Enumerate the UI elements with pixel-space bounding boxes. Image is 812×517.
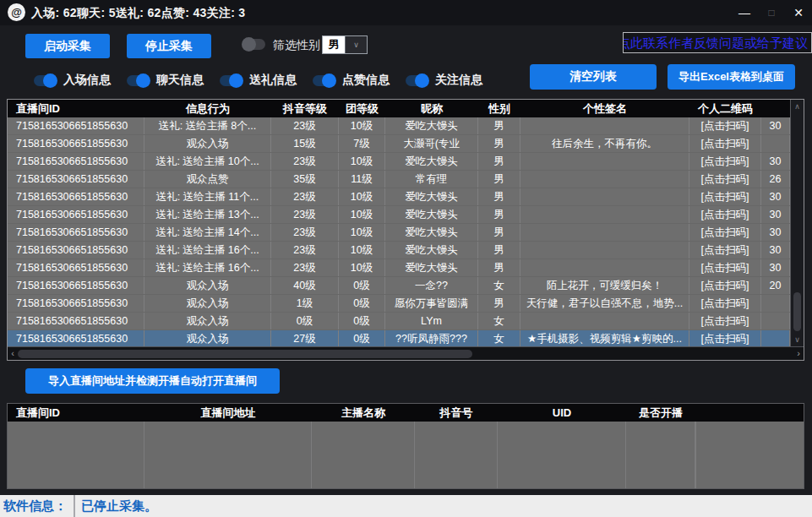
- qr-code-link[interactable]: [点击扫码]: [689, 135, 761, 152]
- table-row[interactable]: 7158165306651855630送礼: 送给主播 10个...23级10级…: [8, 153, 790, 171]
- toggle-item: 送礼信息: [220, 73, 308, 88]
- table-cell: 10级: [339, 153, 385, 170]
- import-rooms-button[interactable]: 导入直播间地址并检测开播自动打开直播间: [25, 368, 280, 394]
- toggle-knob: [322, 73, 336, 88]
- table-cell: 30: [761, 188, 790, 205]
- chevron-down-icon: ∨: [345, 36, 367, 53]
- table-cell: 7158165306651855630: [8, 259, 144, 276]
- chevron-left-icon[interactable]: ‹: [8, 347, 18, 361]
- status-message: 已停止采集。: [75, 498, 157, 514]
- qr-code-link[interactable]: [点击扫码]: [689, 171, 761, 188]
- table-cell: 观众入场: [144, 330, 271, 346]
- table-cell: 23级: [271, 259, 339, 276]
- header-cell: 直播间ID: [8, 404, 144, 422]
- table-cell: [520, 206, 689, 223]
- table-row[interactable]: 7158165306651855630观众入场0级0级LYm女[点击扫码]: [8, 313, 790, 330]
- table-cell: 7158165306651855630: [8, 206, 144, 223]
- table-cell: 男: [478, 259, 520, 276]
- table-row[interactable]: 7158165306651855630送礼: 送给主播 13个...23级10级…: [8, 206, 790, 224]
- table-cell: 23级: [271, 153, 339, 170]
- table-cell: 30: [761, 153, 790, 170]
- message-table-body: 7158165306651855630送礼: 送给主播 8个...23级10级爱…: [8, 117, 790, 346]
- chevron-down-icon[interactable]: ∨: [791, 334, 804, 346]
- feedback-link[interactable]: 点此联系作者反馈问题或给予建议: [623, 32, 812, 53]
- qr-code-link[interactable]: [点击扫码]: [689, 153, 761, 170]
- toggle-switch[interactable]: [127, 75, 149, 86]
- empty-column: [8, 422, 144, 488]
- table-cell: [761, 330, 790, 346]
- table-cell: 7158165306651855630: [8, 153, 144, 170]
- table-cell: 30: [761, 259, 790, 276]
- table-cell: [520, 224, 689, 241]
- header-cell: 是否开播: [626, 404, 695, 422]
- header-cell: 信息行为: [144, 100, 271, 117]
- qr-code-link[interactable]: [点击扫码]: [689, 242, 761, 258]
- gender-select[interactable]: 男 ∨: [322, 35, 368, 54]
- table-cell: 一念??: [385, 277, 478, 294]
- qr-code-link[interactable]: [点击扫码]: [689, 188, 761, 205]
- chevron-right-icon[interactable]: ›: [793, 347, 804, 361]
- qr-code-link[interactable]: [点击扫码]: [689, 224, 761, 241]
- export-excel-button[interactable]: 导出Excel表格到桌面: [668, 64, 795, 90]
- table-row[interactable]: 7158165306651855630送礼: 送给主播 14个...23级10级…: [8, 224, 790, 242]
- qr-code-link[interactable]: [点击扫码]: [689, 277, 761, 294]
- table-row[interactable]: 7158165306651855630观众点赞35级11级常有理男[点击扫码]2…: [8, 171, 790, 188]
- table-cell: 爱吃大馒头: [385, 188, 478, 205]
- stop-collect-button[interactable]: 停止采集: [127, 34, 211, 58]
- toggle-switch[interactable]: [34, 75, 56, 86]
- qr-code-link[interactable]: [点击扫码]: [689, 295, 761, 312]
- table-row[interactable]: 7158165306651855630观众入场1级0级愿你万事皆圆满男天行健，君…: [8, 295, 790, 313]
- header-cell: 性别: [478, 100, 520, 117]
- qr-code-link[interactable]: [点击扫码]: [689, 330, 761, 346]
- qr-code-link[interactable]: [点击扫码]: [689, 206, 761, 223]
- table-cell: 10级: [339, 188, 385, 205]
- toggle-label: 关注信息: [435, 73, 482, 88]
- table-cell: 送礼: 送给主播 11个...: [144, 188, 271, 205]
- gender-filter-toggle[interactable]: [243, 39, 265, 50]
- table-row[interactable]: 7158165306651855630送礼: 送给主播 11个...23级10级…: [8, 188, 790, 206]
- toggle-switch[interactable]: [313, 75, 335, 86]
- start-collect-button[interactable]: 启动采集: [25, 34, 110, 58]
- table-cell: 1级: [271, 295, 339, 312]
- table-row[interactable]: 7158165306651855630观众入场40级0级一念??女陌上花开，可缓…: [8, 277, 790, 295]
- toggle-label: 入场信息: [63, 73, 111, 88]
- horizontal-scrollbar-thumb[interactable]: [18, 350, 472, 358]
- toggle-switch[interactable]: [406, 75, 428, 86]
- table-cell: 女: [478, 330, 520, 346]
- table-cell: 7级: [339, 135, 385, 152]
- table-cell: 男: [478, 224, 520, 241]
- table-row[interactable]: 7158165306651855630送礼: 送给主播 8个...23级10级爱…: [8, 117, 790, 135]
- vertical-scrollbar[interactable]: ∧ ∨: [790, 100, 804, 346]
- table-cell: [520, 153, 689, 170]
- table-cell: 爱吃大馒头: [385, 206, 478, 223]
- table-cell: 23级: [271, 224, 339, 241]
- table-cell: 30: [761, 206, 790, 223]
- horizontal-scrollbar[interactable]: ‹ ›: [8, 346, 804, 360]
- table-cell: ★手机摄影、视频剪辑★剪映的...: [520, 330, 689, 346]
- table-cell: 10级: [339, 117, 385, 134]
- qr-code-link[interactable]: [点击扫码]: [689, 117, 761, 134]
- close-icon[interactable]: ✕: [785, 0, 812, 25]
- table-cell: 大灏哥(专业: [385, 135, 478, 152]
- clear-list-button[interactable]: 清空列表: [530, 64, 657, 90]
- table-row[interactable]: 7158165306651855630观众入场27级0级??听凤静雨???女★手…: [8, 330, 790, 346]
- toggle-switch[interactable]: [220, 75, 242, 86]
- table-cell: 10级: [339, 242, 385, 258]
- header-cell: 个性签名: [520, 100, 689, 117]
- table-cell: 观众点赞: [144, 171, 271, 188]
- window-controls: — □ ✕: [731, 0, 812, 25]
- empty-column: [626, 422, 695, 488]
- qr-code-link[interactable]: [点击扫码]: [689, 313, 761, 329]
- table-row[interactable]: 7158165306651855630送礼: 送给主播 16个...23级10级…: [8, 259, 790, 277]
- table-row[interactable]: 7158165306651855630送礼: 送给主播 16个...23级10级…: [8, 242, 790, 259]
- qr-code-link[interactable]: [点击扫码]: [689, 259, 761, 276]
- vertical-scrollbar-thumb[interactable]: [793, 292, 801, 331]
- table-cell: [520, 171, 689, 188]
- table-row[interactable]: 7158165306651855630观众入场15级7级大灏哥(专业男往后余生，…: [8, 135, 790, 153]
- maximize-icon[interactable]: □: [758, 0, 785, 25]
- chevron-up-icon[interactable]: ∧: [791, 101, 804, 112]
- table-cell: 7158165306651855630: [8, 313, 144, 329]
- table-cell: 爱吃大馒头: [385, 259, 478, 276]
- table-cell: [520, 313, 689, 329]
- minimize-icon[interactable]: —: [731, 0, 758, 25]
